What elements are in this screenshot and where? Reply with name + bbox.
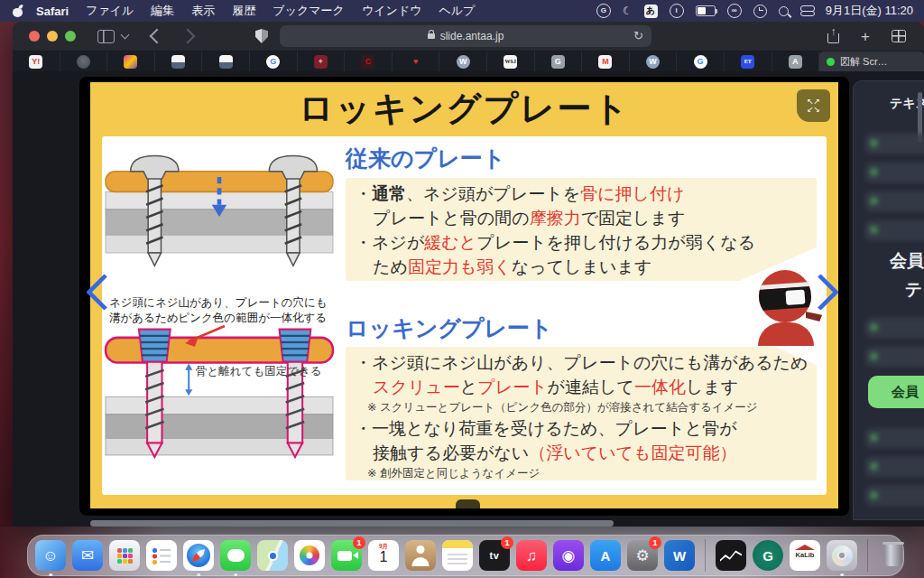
mail-dock-icon[interactable]: ✉ bbox=[72, 540, 103, 571]
privacy-shield-icon[interactable] bbox=[255, 29, 268, 43]
control-center-icon[interactable] bbox=[800, 5, 814, 16]
share-icon[interactable]: ↑ bbox=[827, 29, 839, 43]
conventional-text-box: ・通常、ネジ頭がプレートを骨に押し付けプレートと骨の間の摩擦力で固定します・ネジ… bbox=[346, 178, 817, 281]
grammarly-dock-icon[interactable]: G bbox=[753, 540, 783, 571]
notes-dock-icon[interactable] bbox=[442, 540, 473, 571]
slide-text-line: ため固定力も弱くなってしまいます bbox=[355, 255, 808, 279]
dark-avatar-pinned-tab[interactable] bbox=[60, 51, 108, 71]
mail-icon: ✉ bbox=[72, 540, 103, 571]
sidebar-toggle-icon[interactable] bbox=[97, 30, 115, 43]
wsj-pinned-tab[interactable]: WSJ bbox=[487, 51, 535, 71]
page-content: ロッキングプレート ↖↗ ↙↘ bbox=[13, 71, 924, 527]
fullscreen-expand-button[interactable]: ↖↗ ↙↘ bbox=[797, 89, 830, 122]
menubar-item[interactable]: ファイル bbox=[86, 3, 134, 19]
launchpad-dock-icon[interactable] bbox=[109, 540, 140, 571]
google-2-pinned-tab[interactable]: G bbox=[677, 51, 725, 71]
heart-site-pinned-tab[interactable]: ♥ bbox=[393, 51, 440, 71]
red-crest-site-pinned-tab[interactable]: ✦ bbox=[298, 51, 346, 71]
active-tab[interactable]: 図解 Scr… bbox=[819, 51, 924, 71]
yahoo-japan-pinned-tab[interactable]: Y! bbox=[13, 51, 60, 71]
photos-dock-icon[interactable] bbox=[294, 540, 325, 571]
colorful-site-pinned-tab[interactable] bbox=[107, 51, 155, 71]
podcasts-dock-icon[interactable]: ◉ bbox=[553, 540, 584, 571]
calendar-icon: 9月1 bbox=[368, 540, 399, 571]
slide-bottom-tab[interactable] bbox=[456, 499, 480, 508]
google-pinned-tab[interactable]: G bbox=[250, 51, 298, 71]
trash-dock-icon[interactable] bbox=[878, 540, 909, 571]
music-dock-icon[interactable]: ♫ bbox=[516, 540, 547, 571]
horizontal-scrollbar[interactable] bbox=[90, 520, 614, 527]
spotlight-icon[interactable] bbox=[779, 6, 789, 16]
menubar-app-name[interactable]: Safari bbox=[36, 5, 69, 18]
tab-favicon-dot bbox=[827, 58, 835, 66]
slide-viewer: ロッキングプレート ↖↗ ↙↘ bbox=[79, 77, 849, 516]
minimize-window-button[interactable] bbox=[47, 31, 58, 42]
app-store-dock-icon[interactable]: A bbox=[590, 540, 621, 571]
system-settings-dock-icon[interactable]: ⚙1 bbox=[627, 540, 658, 571]
wordpress-2-pinned-tab[interactable]: W bbox=[630, 51, 678, 71]
maps-dock-icon[interactable] bbox=[257, 540, 288, 571]
contacts-icon bbox=[405, 540, 436, 571]
menubar-clock[interactable]: 9月1日(金) 11:20 bbox=[826, 3, 913, 19]
member-button[interactable]: 会員 bbox=[868, 376, 924, 408]
input-source-icon[interactable]: あ bbox=[644, 5, 658, 18]
portrait-site-2-favicon bbox=[219, 55, 233, 69]
back-button[interactable] bbox=[150, 29, 165, 44]
safari-dock-icon[interactable] bbox=[183, 540, 214, 571]
side-panel: テキスト 会員 テ 会員 bbox=[853, 80, 924, 520]
gmail-pinned-tab[interactable]: M bbox=[582, 51, 630, 71]
grammarly-icon[interactable]: G bbox=[596, 4, 611, 18]
panel-label-line1: 会員 bbox=[890, 249, 924, 273]
menubar-item[interactable]: 履歴 bbox=[232, 3, 255, 19]
a-gray-site-pinned-tab[interactable]: A bbox=[772, 51, 820, 71]
finder-running-dot bbox=[49, 573, 52, 577]
time-machine-icon[interactable] bbox=[753, 5, 767, 18]
locking-text-box: ・ネジ頭にネジ山があり、プレートの穴にも溝があるためスクリューとプレートが連結し… bbox=[346, 347, 817, 480]
grammarly-icon: G bbox=[753, 540, 783, 571]
menubar-item[interactable]: 編集 bbox=[151, 3, 174, 19]
apple-menu-icon[interactable] bbox=[13, 5, 23, 17]
menubar-item[interactable]: ウインドウ bbox=[362, 3, 422, 19]
focus-moon-icon[interactable]: ☾ bbox=[623, 5, 633, 16]
word-dock-icon[interactable]: W bbox=[664, 540, 695, 571]
g-gray-site-favicon: G bbox=[551, 55, 565, 69]
close-window-button[interactable] bbox=[29, 31, 40, 42]
colorful-site-favicon bbox=[124, 55, 137, 69]
et-site-pinned-tab[interactable]: ET bbox=[725, 51, 772, 71]
wordpress-1-pinned-tab[interactable]: W bbox=[439, 51, 487, 71]
portrait-site-2-pinned-tab[interactable] bbox=[202, 51, 250, 71]
refresh-icon[interactable]: ↻ bbox=[633, 29, 643, 42]
ninja-head bbox=[759, 270, 811, 322]
safari-icon bbox=[183, 540, 214, 571]
gmail-favicon: M bbox=[598, 55, 612, 69]
apple-tv-dock-icon[interactable]: tv1 bbox=[479, 540, 510, 571]
launchpad-icon bbox=[109, 540, 140, 571]
disc-app-dock-icon[interactable] bbox=[827, 540, 857, 571]
finder-dock-icon[interactable]: ☺ bbox=[35, 540, 66, 571]
facetime-dock-icon[interactable]: 1 bbox=[331, 540, 362, 571]
cardinals-site-pinned-tab[interactable]: C bbox=[345, 51, 393, 71]
chevron-down-icon[interactable] bbox=[121, 31, 130, 40]
reminders-dock-icon[interactable] bbox=[146, 540, 177, 571]
menubar-item[interactable]: ヘルプ bbox=[439, 3, 475, 19]
contacts-dock-icon[interactable] bbox=[405, 540, 436, 571]
menubar-item[interactable]: ブックマーク bbox=[273, 3, 345, 19]
apple-tv-badge: 1 bbox=[501, 536, 513, 549]
kalib-dock-icon[interactable]: KaLib bbox=[790, 540, 820, 571]
zoom-window-button[interactable] bbox=[65, 31, 76, 42]
calendar-dock-icon[interactable]: 9月1 bbox=[368, 540, 399, 571]
portrait-site-1-pinned-tab[interactable] bbox=[155, 51, 203, 71]
facetime-badge: 1 bbox=[353, 536, 365, 549]
battery-icon[interactable] bbox=[696, 5, 716, 16]
info-icon[interactable]: i bbox=[670, 4, 684, 18]
tab-overview-icon[interactable] bbox=[892, 30, 906, 42]
new-tab-button[interactable]: + bbox=[861, 29, 870, 44]
forward-button[interactable] bbox=[180, 29, 196, 44]
address-bar[interactable]: slide.antaa.jp ↻ bbox=[280, 25, 651, 47]
stocks-dock-icon[interactable] bbox=[716, 540, 746, 571]
pinned-tabs: Y!G✦C♥WWSJGMWGETA bbox=[13, 51, 819, 71]
menubar-item[interactable]: 表示 bbox=[191, 3, 215, 19]
g-gray-site-pinned-tab[interactable]: G bbox=[535, 51, 583, 71]
link-icon[interactable]: ∞ bbox=[727, 4, 742, 18]
messages-dock-icon[interactable] bbox=[220, 540, 251, 571]
